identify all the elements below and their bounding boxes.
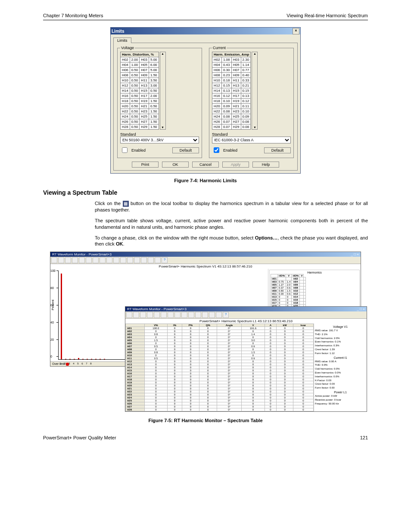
table-row: H1200000°0000 bbox=[126, 360, 314, 363]
toolbar-icon[interactable] bbox=[216, 312, 222, 318]
toolbar-icon[interactable] bbox=[100, 257, 106, 263]
toolbar-icon[interactable] bbox=[141, 257, 147, 263]
toolbar-icon[interactable] bbox=[148, 257, 154, 263]
toolbar-icon[interactable] bbox=[188, 312, 194, 318]
table-row[interactable]: H140.50H150.50 bbox=[121, 88, 159, 93]
table-row[interactable]: H080.23H090.40 bbox=[212, 73, 251, 78]
toolbar-icon[interactable] bbox=[79, 257, 85, 263]
spectrum-caption: PowerSmart+ Harmonic Spectrum L1 4S:12:1… bbox=[125, 319, 367, 324]
table-row[interactable]: H060.30H070.77 bbox=[212, 68, 251, 73]
voltage-grid[interactable]: Harm. Distortion, % H022.00H035.00H041.0… bbox=[120, 52, 159, 130]
table-row: H0400000°0000 bbox=[126, 336, 314, 339]
tab-limits[interactable]: Limits bbox=[113, 37, 131, 43]
table-row[interactable]: H280.50H291.50 bbox=[121, 124, 159, 130]
table-row[interactable]: H080.50H091.50 bbox=[121, 73, 159, 78]
table-row[interactable]: H160.50H172.00 bbox=[121, 93, 159, 99]
close-icon[interactable]: × bbox=[293, 28, 299, 34]
table-row[interactable]: H100.50H113.50 bbox=[121, 78, 159, 83]
toolbar-icon[interactable] bbox=[86, 257, 92, 263]
toolbar-icon[interactable] bbox=[155, 257, 161, 263]
table-row: H2500000°0000 bbox=[126, 399, 314, 402]
table-row: H0600000°0000 bbox=[126, 342, 314, 345]
table-row[interactable]: H120.50H133.00 bbox=[121, 83, 159, 88]
table-row[interactable]: H022.00H035.00 bbox=[121, 57, 159, 62]
table-row: H2800000°0000 bbox=[126, 408, 314, 411]
toolbar-icon[interactable] bbox=[72, 257, 78, 263]
table-row: H2100000°0000 bbox=[126, 387, 314, 390]
help-icon[interactable]: ? bbox=[162, 257, 168, 263]
table-row[interactable]: H260.07H270.08 bbox=[212, 119, 251, 124]
help-icon[interactable]: ? bbox=[223, 312, 229, 318]
toolbar-icon[interactable] bbox=[120, 257, 126, 263]
table-row[interactable]: H021.08H032.30 bbox=[212, 57, 251, 62]
table-row[interactable]: H100.18H110.33 bbox=[212, 78, 251, 83]
table-row[interactable]: H060.50H075.00 bbox=[121, 68, 159, 73]
table-row: H090.80000°1.5000 bbox=[126, 351, 314, 354]
toolbar-icon[interactable] bbox=[51, 257, 57, 263]
table-row[interactable]: H240.50H251.50 bbox=[121, 114, 159, 119]
scrollbar-icon[interactable]: ▲▼ bbox=[252, 52, 258, 130]
voltage-enabled-checkbox[interactable] bbox=[122, 147, 128, 153]
table-row: H0800000°0000 bbox=[126, 348, 314, 351]
current-default-button[interactable]: Default bbox=[264, 147, 291, 153]
table-row: H2000000°0000 bbox=[126, 384, 314, 387]
voltage-default-button[interactable]: Default bbox=[172, 147, 199, 153]
toolbar-icon[interactable] bbox=[134, 257, 140, 263]
table-row[interactable]: H260.50H271.50 bbox=[121, 119, 159, 124]
ok-button[interactable]: OK bbox=[162, 162, 189, 168]
toolbar-icon[interactable] bbox=[65, 257, 71, 263]
footer-left: PowerSmart+ Power Quality Meter bbox=[43, 435, 116, 440]
table-row[interactable]: H180.50H191.50 bbox=[121, 99, 159, 104]
grid-icon: ▦ bbox=[123, 201, 129, 207]
toolbar-icon[interactable] bbox=[147, 312, 153, 318]
limits-dialog: Limits × Limits Voltage Harm. Distortion… bbox=[110, 27, 301, 174]
toolbar-icon[interactable] bbox=[174, 312, 181, 318]
toolbar-icon[interactable] bbox=[181, 312, 187, 318]
toolbar-icon[interactable] bbox=[195, 312, 201, 318]
table-row[interactable]: H220.50H231.50 bbox=[121, 109, 159, 114]
help-button[interactable]: Help bbox=[252, 162, 279, 168]
toolbar-icon[interactable] bbox=[209, 312, 215, 318]
table-row: H1600000°0000 bbox=[126, 372, 314, 375]
toolbar-icon[interactable] bbox=[58, 257, 64, 263]
toolbar-icon[interactable] bbox=[140, 312, 146, 318]
toolbar-icon[interactable] bbox=[127, 257, 133, 263]
table-row[interactable]: H140.13H150.15 bbox=[212, 88, 251, 93]
body-para-1: Click on the ▦ button on the local toolb… bbox=[95, 200, 368, 213]
toolbar-icon[interactable] bbox=[161, 312, 167, 318]
toolbar-icon[interactable] bbox=[93, 257, 99, 263]
table-row[interactable]: H240.08H250.09 bbox=[212, 114, 251, 119]
scrollbar-icon[interactable]: ▲▼ bbox=[160, 52, 166, 130]
body-para-2: The spectrum table shows voltage, curren… bbox=[95, 218, 368, 230]
toolbar-icon[interactable] bbox=[133, 312, 139, 318]
current-grid[interactable]: Harm. Emission, Amp H021.08H032.30H040.4… bbox=[212, 52, 251, 130]
table-row: H1000000°0000 bbox=[126, 354, 314, 357]
toolbar-icon[interactable] bbox=[168, 312, 174, 318]
table-row[interactable]: H040.43H051.14 bbox=[212, 62, 251, 68]
toolbar-icon[interactable] bbox=[106, 257, 112, 263]
current-group: Current Harm. Emission, Amp H021.08H032.… bbox=[209, 46, 294, 158]
table-row[interactable]: H160.12H170.13 bbox=[212, 93, 251, 99]
table-row[interactable]: H200.50H210.50 bbox=[121, 104, 159, 109]
toolbar[interactable]: ? bbox=[50, 257, 361, 264]
table-row[interactable]: H180.10H190.12 bbox=[212, 99, 251, 104]
window-controls-icon[interactable]: _ □ × bbox=[351, 252, 359, 256]
voltage-standard-select[interactable]: EN 50160 400V 3…5kV bbox=[120, 137, 199, 143]
toolbar[interactable]: ? bbox=[125, 311, 367, 319]
apply-button[interactable]: Apply bbox=[222, 162, 249, 168]
table-row[interactable]: H041.00H056.00 bbox=[121, 62, 159, 68]
print-button[interactable]: Print bbox=[132, 162, 159, 168]
toolbar-icon[interactable] bbox=[126, 312, 132, 318]
toolbar-icon[interactable] bbox=[202, 312, 208, 318]
table-row[interactable]: H120.15H130.21 bbox=[212, 83, 251, 88]
current-enabled-checkbox[interactable] bbox=[214, 147, 219, 153]
toolbar-icon[interactable] bbox=[113, 257, 119, 263]
cancel-button[interactable]: Cancel bbox=[192, 162, 219, 168]
toolbar-icon[interactable] bbox=[154, 312, 160, 318]
table-row[interactable]: H280.07H290.08 bbox=[212, 124, 251, 130]
chart-title: PowerSmart+ Harmonic Spectrum V1 4S:12:1… bbox=[50, 264, 361, 269]
window-controls-icon[interactable]: _ □ × bbox=[357, 307, 365, 311]
table-row[interactable]: H200.09H210.11 bbox=[212, 104, 251, 109]
table-row[interactable]: H220.08H230.10 bbox=[212, 109, 251, 114]
current-standard-select[interactable]: IEC 61000-3-2 Class A bbox=[212, 137, 291, 143]
